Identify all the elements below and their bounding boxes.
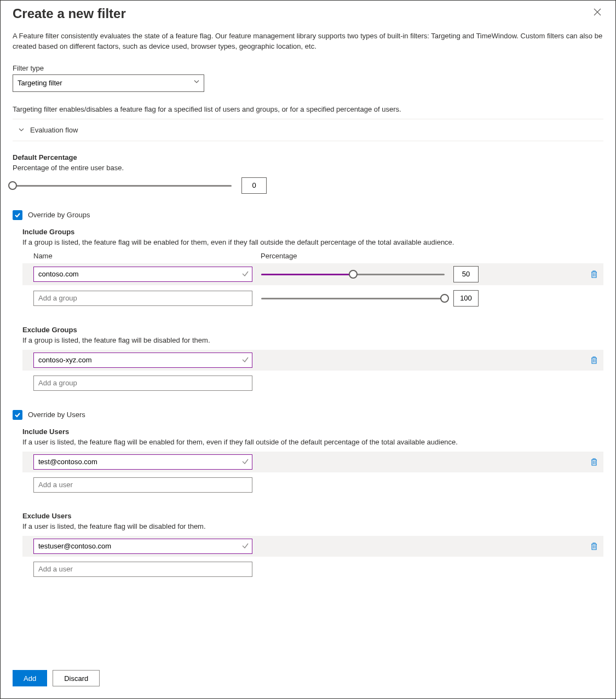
group-percentage-input[interactable] [453, 266, 479, 282]
exclude-groups-desc: If a group is listed, the feature flag w… [22, 336, 603, 344]
exclude-users-title: Exclude Users [22, 512, 603, 520]
filter-type-select[interactable]: Targeting filter [13, 74, 204, 92]
targeting-description: Targeting filter enables/disables a feat… [13, 105, 603, 113]
override-users-checkbox[interactable] [13, 410, 22, 420]
evaluation-flow-expander[interactable]: Evaluation flow [13, 119, 603, 141]
exclude-user-row [22, 536, 603, 557]
delete-icon[interactable] [590, 356, 598, 365]
exclude-group-row [22, 350, 603, 371]
column-name: Name [33, 252, 261, 260]
add-exclude-user-row [22, 559, 603, 580]
add-group-slider[interactable] [261, 294, 445, 303]
panel-title: Create a new filter [13, 6, 126, 21]
add-include-user-row [22, 475, 603, 495]
delete-icon[interactable] [590, 542, 598, 551]
add-exclude-group-row [22, 373, 603, 394]
add-group-percentage-input[interactable] [453, 290, 479, 307]
override-users-label: Override by Users [28, 411, 85, 419]
delete-icon[interactable] [590, 458, 598, 466]
add-group-row [22, 287, 603, 309]
add-exclude-group-input[interactable] [33, 376, 252, 391]
group-name-input[interactable] [33, 267, 252, 282]
include-group-row [22, 263, 603, 285]
chevron-down-icon [18, 126, 25, 133]
checkmark-icon [241, 270, 249, 278]
discard-button[interactable]: Discard [53, 670, 100, 686]
include-user-input[interactable] [33, 454, 252, 470]
default-percentage-slider[interactable] [13, 181, 232, 190]
include-groups-title: Include Groups [22, 228, 603, 236]
filter-type-label: Filter type [13, 64, 603, 72]
include-users-desc: If a user is listed, the feature flag wi… [22, 438, 603, 446]
close-icon[interactable] [591, 6, 603, 18]
evaluation-flow-label: Evaluation flow [30, 126, 78, 134]
exclude-groups-title: Exclude Groups [22, 326, 603, 334]
checkmark-icon [241, 458, 249, 465]
add-exclude-user-input[interactable] [33, 562, 252, 577]
add-button[interactable]: Add [13, 670, 47, 686]
intro-text: A Feature filter consistently evaluates … [13, 31, 603, 52]
default-percentage-desc: Percentage of the entire user base. [13, 164, 603, 172]
group-percentage-slider[interactable] [261, 270, 445, 279]
exclude-users-desc: If a user is listed, the feature flag wi… [22, 522, 603, 530]
include-user-row [22, 452, 603, 472]
exclude-user-input[interactable] [33, 539, 252, 554]
add-group-input[interactable] [33, 291, 252, 306]
override-groups-checkbox[interactable] [13, 210, 22, 220]
include-users-title: Include Users [22, 428, 603, 436]
default-percentage-input[interactable] [241, 177, 267, 194]
checkmark-icon [241, 356, 249, 363]
exclude-group-input[interactable] [33, 353, 252, 368]
include-groups-desc: If a group is listed, the feature flag w… [22, 238, 603, 246]
delete-icon[interactable] [590, 270, 598, 279]
default-percentage-title: Default Percentage [13, 153, 603, 161]
column-percentage: Percentage [261, 252, 297, 260]
add-include-user-input[interactable] [33, 477, 252, 493]
checkmark-icon [241, 542, 249, 550]
override-groups-label: Override by Groups [28, 211, 90, 219]
